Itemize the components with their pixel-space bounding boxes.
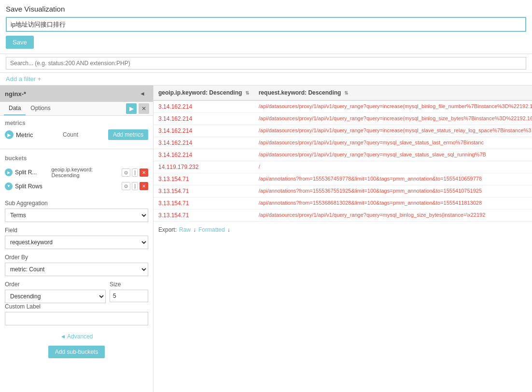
bucket-delete-2[interactable]: ✕ <box>140 182 148 190</box>
table-row: 3.14.162.214/api/datasources/proxy/1/api… <box>154 125 532 137</box>
field-label: Field <box>5 227 148 234</box>
panel-tabs: Data Options ▶ ✕ <box>0 102 153 116</box>
ip-cell: 3.13.154.71 <box>154 185 254 197</box>
custom-label-group: Custom Label <box>5 303 148 325</box>
metrics-title: metrics <box>5 120 148 126</box>
main-layout: nginx-* ◄ Data Options ▶ ✕ metrics ▶ Met… <box>0 85 532 392</box>
metric-label: Metric <box>16 131 33 139</box>
export-label: Export: <box>158 226 177 233</box>
custom-label-label: Custom Label <box>5 303 148 310</box>
table-row: 3.13.154.71/api/datasources/proxy/1/api/… <box>154 210 532 222</box>
ip-cell: 3.14.162.214 <box>154 100 254 113</box>
col1-header: geoip.ip.keyword: Descending ⇅ <box>154 85 254 100</box>
order-label: Order <box>5 281 106 288</box>
bucket-icon-1: ▶ <box>5 168 13 176</box>
sub-aggregation-label: Sub Aggregation <box>5 200 148 207</box>
add-metrics-button[interactable]: Add metrics <box>108 129 148 140</box>
ip-cell: 3.14.162.214 <box>154 125 254 137</box>
ip-cell: 14.119.179.232 <box>154 161 254 173</box>
ip-cell: 3.13.154.71 <box>154 173 254 185</box>
bucket-row-1: ▶ Split R... geoip.ip.keyword:Descending… <box>5 165 148 180</box>
url-cell: /api/datasources/proxy/1/api/v1/query_ra… <box>254 113 532 125</box>
visualization-title-input[interactable] <box>6 17 526 32</box>
metric-icon: ▶ <box>5 130 14 139</box>
table-row: 3.13.154.71/api/annotations?from=1555367… <box>154 185 532 197</box>
export-raw-icon: ↓ <box>193 226 196 233</box>
index-pattern-label: nginx-* <box>5 90 26 98</box>
metric-item: ▶ Metric <box>5 130 33 139</box>
url-cell: /api/datasources/proxy/1/api/v1/query_ra… <box>254 149 532 161</box>
data-table: geoip.ip.keyword: Descending ⇅ request.k… <box>154 85 532 222</box>
bucket-toggle-2[interactable]: ⊙ <box>122 182 130 190</box>
dialog-title: Save Visualization <box>6 5 526 13</box>
advanced-label: ◄ Advanced <box>60 333 93 340</box>
col2-header: request.keyword: Descending ⇅ <box>254 85 532 100</box>
url-cell: /api/datasources/proxy/1/api/v1/query_ra… <box>254 210 532 222</box>
size-label: Size <box>110 281 148 288</box>
custom-label-input[interactable] <box>5 312 148 325</box>
search-input[interactable] <box>6 57 526 70</box>
metrics-section: metrics ▶ Metric Count Add metrics <box>0 116 153 147</box>
metric-row: ▶ Metric Count Add metrics <box>5 129 148 140</box>
size-input[interactable] <box>110 290 148 302</box>
table-row: 3.14.162.214/api/datasources/proxy/1/api… <box>154 113 532 125</box>
url-cell: /api/datasources/proxy/1/api/v1/query_ra… <box>254 125 532 137</box>
bucket-type-2: Split Rows <box>15 183 119 190</box>
url-cell: / <box>254 161 532 173</box>
right-panel: geoip.ip.keyword: Descending ⇅ request.k… <box>154 85 532 392</box>
config-section: Sub Aggregation Terms Field request.keyw… <box>0 196 153 365</box>
sub-aggregation-group: Sub Aggregation Terms <box>5 200 148 222</box>
table-row: 3.14.162.214/api/datasources/proxy/1/api… <box>154 137 532 149</box>
table-body: 3.14.162.214/api/datasources/proxy/1/api… <box>154 100 532 222</box>
url-cell: /api/annotations?from=1555367459778&limi… <box>254 173 532 185</box>
bucket-type-1: Split R... <box>15 169 49 176</box>
url-cell: /api/datasources/proxy/1/api/v1/query_ra… <box>254 100 532 113</box>
panel-header: nginx-* ◄ <box>0 85 153 102</box>
ip-cell: 3.13.154.71 <box>154 210 254 222</box>
table-row: 3.13.154.71/api/annotations?from=1555367… <box>154 173 532 185</box>
buckets-title: buckets <box>5 155 148 162</box>
bucket-toggle-1[interactable]: ⊙ <box>122 168 130 177</box>
url-cell: /api/annotations?from=1555367551925&limi… <box>254 185 532 197</box>
top-bar: Save Visualization Save <box>0 0 532 54</box>
tab-options[interactable]: Options <box>26 102 55 115</box>
col1-sort-icon: ⇅ <box>245 90 249 96</box>
metric-icon-symbol: ▶ <box>7 132 11 138</box>
field-select[interactable]: request.keyword <box>5 236 148 249</box>
order-col: Order Descending <box>5 281 106 303</box>
export-raw-link[interactable]: Raw <box>179 226 191 233</box>
search-bar <box>0 54 532 73</box>
order-by-group: Order By metric: Count <box>5 254 148 276</box>
add-sub-buckets-button[interactable]: Add sub-buckets <box>48 346 105 358</box>
export-formatted-link[interactable]: Formatted <box>198 226 225 233</box>
save-button[interactable]: Save <box>6 36 34 49</box>
bucket-row-2: ▼ Split Rows ⊙ | ✕ <box>5 180 148 192</box>
tab-data[interactable]: Data <box>4 102 26 115</box>
bucket-icon-symbol-2: ▼ <box>7 184 11 188</box>
metric-count: Count <box>63 131 78 138</box>
table-row: 3.13.154.71/api/annotations?from=1553686… <box>154 197 532 210</box>
tab-actions: ▶ ✕ <box>126 103 149 114</box>
sub-aggregation-select[interactable]: Terms <box>5 209 148 222</box>
bucket-move-2[interactable]: | <box>132 182 138 190</box>
bucket-icon-symbol-1: ▶ <box>7 170 10 175</box>
close-button[interactable]: ✕ <box>139 103 149 114</box>
buckets-section: buckets ▶ Split R... geoip.ip.keyword:De… <box>0 151 153 196</box>
order-select[interactable]: Descending <box>5 290 106 303</box>
play-button[interactable]: ▶ <box>126 103 137 114</box>
ip-cell: 3.14.162.214 <box>154 113 254 125</box>
left-panel: nginx-* ◄ Data Options ▶ ✕ metrics ▶ Met… <box>0 85 154 392</box>
table-row: 14.119.179.232/ <box>154 161 532 173</box>
bucket-delete-1[interactable]: ✕ <box>140 168 148 177</box>
bucket-move-1[interactable]: | <box>132 168 138 177</box>
export-formatted-icon: ↓ <box>227 226 230 233</box>
order-by-select[interactable]: metric: Count <box>5 263 148 276</box>
size-col: Size <box>110 281 148 303</box>
advanced-row[interactable]: ◄ Advanced <box>5 330 148 343</box>
bucket-label-1: geoip.ip.keyword:Descending <box>51 167 119 178</box>
order-by-label: Order By <box>5 254 148 261</box>
filter-bar: Add a filter + <box>0 73 532 85</box>
collapse-button[interactable]: ◄ <box>137 89 148 98</box>
add-filter-link[interactable]: Add a filter + <box>6 75 41 83</box>
ip-cell: 3.14.162.214 <box>154 149 254 161</box>
